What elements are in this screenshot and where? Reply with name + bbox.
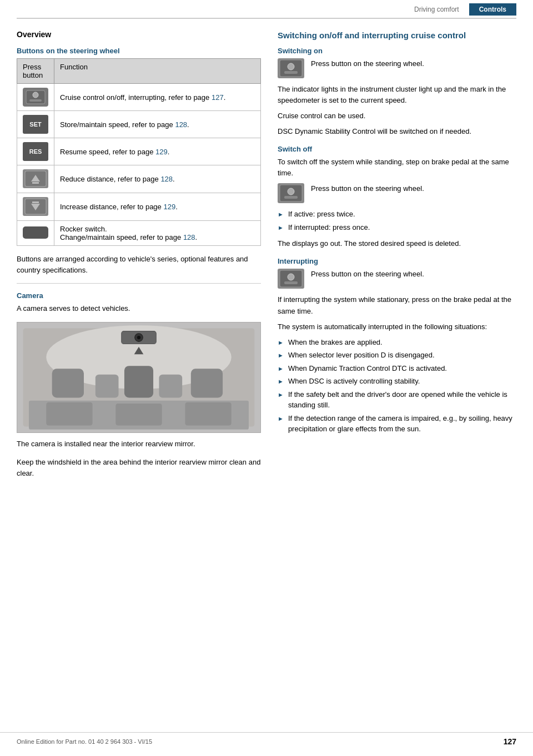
table-row: Reduce distance, refer to page 128. [17, 165, 261, 193]
switching-on-title: Switching on [278, 47, 516, 55]
bullet-interrupted: ► If interrupted: press once. [278, 222, 516, 233]
table-row-function-3: Resume speed, refer to page 129. [54, 138, 261, 165]
bullet-arrow-icon: ► [278, 414, 284, 424]
svg-point-29 [288, 188, 294, 195]
increase-distance-icon [24, 198, 47, 215]
table-row-function-2: Store/maintain speed, refer to page 128. [54, 111, 261, 138]
overview-title: Overview [17, 30, 261, 39]
button-icon-increase [17, 193, 54, 221]
svg-point-19 [137, 335, 140, 339]
table-row-function-1: Cruise control on/off, interrupting, ref… [54, 84, 261, 111]
svg-rect-27 [284, 71, 298, 74]
button-icon-res: RES [17, 138, 54, 165]
bullet-arrow-icon: ► [278, 390, 284, 400]
page-footer: Online Edition for Part no. 01 40 2 964 … [0, 732, 533, 746]
table-row-function-5: Increase distance, refer to page 129. [54, 193, 261, 221]
camera-note2: Keep the windshield in the area behind t… [17, 457, 261, 478]
list-item: ► When DSC is actively controlling stabi… [278, 376, 516, 387]
svg-rect-12 [52, 369, 84, 397]
cruise-btn-icon-1 [279, 59, 303, 77]
buttons-note: Buttons are arranged according to vehicl… [17, 254, 261, 275]
list-item: ► If the detection range of the camera i… [278, 413, 516, 435]
list-item: ► When Dynamic Traction Control DTC is a… [278, 363, 516, 374]
svg-rect-15 [159, 374, 182, 397]
button-icon-rocker [17, 221, 54, 246]
svg-rect-5 [32, 182, 39, 184]
steering-wheel-icon-1 [278, 58, 304, 78]
switching-on-body1: The indicator lights in the instrument c… [278, 84, 516, 106]
table-row: Rocker switch.Change/maintain speed, ref… [17, 221, 261, 246]
table-header-button: Press button [17, 59, 54, 84]
list-item: ► If the safety belt and the driver's do… [278, 389, 516, 411]
interrupting-body2: The system is automatically interrupted … [278, 321, 516, 332]
table-row-function-4: Reduce distance, refer to page 128. [54, 165, 261, 193]
button-icon-cruise [17, 84, 54, 111]
switching-on-icon-row: Press button on the steering wheel. [278, 58, 516, 78]
switch-off-icon-desc: Press button on the steering wheel. [311, 183, 424, 194]
list-item: ► When selector lever position D is dise… [278, 350, 516, 361]
buttons-section-title: Buttons on the steering wheel [17, 47, 261, 55]
bullet-arrow-icon: ► [278, 338, 284, 347]
svg-point-1 [33, 92, 38, 98]
table-row: RES Resume speed, refer to page 129. [17, 138, 261, 165]
camera-text: A camera serves to detect vehicles. [17, 303, 261, 314]
steering-wheel-icon-2 [278, 183, 304, 203]
bullet-active: ► If active: press twice. [278, 209, 516, 220]
page-number: 127 [504, 737, 516, 746]
right-column: Switching on/off and interrupting cruise… [278, 30, 516, 486]
switch-off-bullets: ► If active: press twice. ► If interrupt… [278, 209, 516, 233]
footer-text: Online Edition for Part no. 01 40 2 964 … [17, 738, 152, 745]
tab-controls[interactable]: Controls [469, 3, 516, 16]
main-section-title: Switching on/off and interrupting cruise… [278, 30, 516, 41]
button-icon-reduce [17, 165, 54, 193]
divider-1 [17, 283, 261, 284]
bullet-arrow-icon: ► [278, 351, 284, 360]
interrupting-bullets-list: ► When the brakes are applied. ► When se… [278, 337, 516, 435]
bullet-arrow-icon: ► [278, 223, 284, 233]
steering-wheel-icon-3 [278, 269, 304, 289]
camera-note1: The camera is installed near the interio… [17, 439, 261, 450]
camera-image [17, 322, 261, 433]
interrupting-body1: If interrupting the system while station… [278, 294, 516, 316]
table-row: SET Store/maintain speed, refer to page … [17, 111, 261, 138]
button-icon-set: SET [17, 111, 54, 138]
table-row: Cruise control on/off, interrupting, ref… [17, 84, 261, 111]
svg-rect-2 [29, 99, 42, 102]
switch-off-body1: To switch off the system while standing,… [278, 157, 516, 179]
switch-off-icon-row: Press button on the steering wheel. [278, 183, 516, 203]
svg-point-32 [288, 274, 294, 280]
left-column: Overview Buttons on the steering wheel P… [17, 30, 261, 486]
interrupting-icon-desc: Press button on the steering wheel. [311, 269, 424, 280]
table-row: Increase distance, refer to page 129. [17, 193, 261, 221]
table-header-function: Function [54, 59, 261, 84]
car-interior-svg [17, 322, 260, 432]
reduce-distance-icon [24, 170, 47, 187]
svg-rect-14 [124, 366, 153, 397]
bullet-arrow-icon: ► [278, 377, 284, 386]
interrupting-icon-row: Press button on the steering wheel. [278, 269, 516, 289]
header-tabs: Driving comfort Controls [404, 3, 516, 16]
camera-title: Camera [17, 291, 261, 300]
switch-off-title: Switch off [278, 145, 516, 153]
interrupting-title: Interrupting [278, 257, 516, 265]
buttons-table: Press button Function [17, 58, 261, 246]
switch-off-body2: The displays go out. The stored desired … [278, 238, 516, 249]
tab-driving-comfort[interactable]: Driving comfort [404, 3, 469, 16]
switching-on-desc: Press button on the steering wheel. [311, 58, 424, 69]
cruise-btn-icon-2 [279, 184, 303, 202]
list-item: ► When the brakes are applied. [278, 337, 516, 348]
table-row-function-6: Rocker switch.Change/maintain speed, ref… [54, 221, 261, 246]
svg-rect-16 [191, 369, 223, 397]
cruise-btn-icon-3 [279, 270, 303, 288]
svg-rect-8 [32, 201, 39, 203]
main-content: Overview Buttons on the steering wheel P… [0, 19, 533, 497]
svg-rect-22 [46, 402, 92, 425]
cruise-icon-svg [25, 89, 46, 105]
switching-on-body3: DSC Dynamic Stability Control will be sw… [278, 126, 516, 137]
svg-rect-13 [95, 374, 119, 397]
svg-rect-24 [185, 402, 231, 425]
svg-point-26 [288, 63, 294, 70]
bullet-arrow-icon: ► [278, 210, 284, 219]
page-header: Driving comfort Controls [17, 0, 516, 19]
svg-rect-23 [115, 403, 162, 425]
